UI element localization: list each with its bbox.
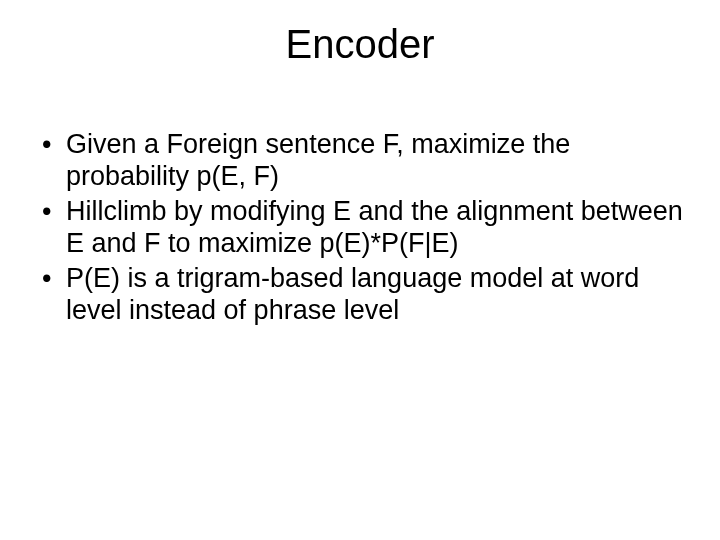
slide-body: Given a Foreign sentence F, maximize the… [36,128,684,328]
slide-title: Encoder [0,22,720,67]
bullet-list: Given a Foreign sentence F, maximize the… [36,128,684,326]
list-item: Hillclimb by modifying E and the alignme… [36,195,684,260]
list-item: P(E) is a trigram-based language model a… [36,262,684,327]
slide: Encoder Given a Foreign sentence F, maxi… [0,0,720,540]
list-item: Given a Foreign sentence F, maximize the… [36,128,684,193]
